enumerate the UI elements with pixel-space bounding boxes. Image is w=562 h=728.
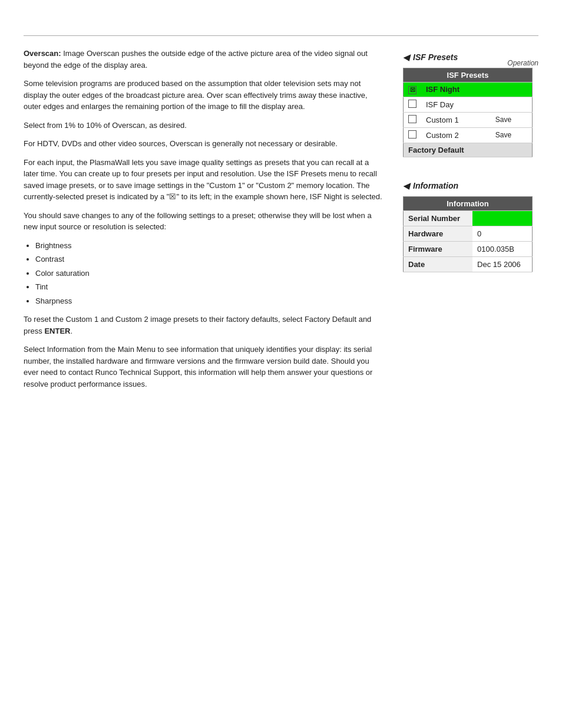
overscan-para3: Select from 1% to 10% of Overscan, as de… bbox=[24, 120, 385, 131]
date-label: Date bbox=[404, 256, 473, 272]
table-row: Date Dec 15 2006 bbox=[404, 256, 533, 272]
reset-note-bold: ENTER bbox=[44, 327, 70, 335]
overscan-para1-text: Image Overscan pushes the outside edge o… bbox=[24, 49, 368, 70]
checkbox-x-icon: ☒ bbox=[408, 86, 416, 94]
table-row[interactable]: Custom 2 Save bbox=[404, 127, 533, 143]
page-wrapper: Operation Overscan: Image Overscan pushe… bbox=[0, 35, 562, 728]
custom2-label: Custom 2 bbox=[421, 127, 491, 143]
hardware-label: Hardware bbox=[404, 226, 473, 241]
information-table: Information Serial Number Hardware 0 bbox=[403, 196, 533, 272]
isf-intro: For each input, the PlasmaWall lets you … bbox=[24, 157, 385, 203]
list-item-tint: Tint bbox=[35, 281, 385, 293]
checkbox-empty-icon bbox=[408, 100, 416, 108]
info-intro: Select Information from the Main Menu to… bbox=[24, 344, 385, 390]
isf-day-label: ISF Day bbox=[421, 97, 491, 112]
table-row: Firmware 0100.035B bbox=[404, 241, 533, 256]
overscan-para2: Some television programs are produced ba… bbox=[24, 78, 385, 113]
right-column: ◀ ISF Presets ISF Presets ☒ ISF Nig bbox=[403, 48, 538, 397]
firmware-label: Firmware bbox=[404, 241, 473, 256]
isf-day-save bbox=[491, 97, 533, 112]
table-row: Serial Number bbox=[404, 210, 533, 226]
table-row[interactable]: Factory Default bbox=[404, 143, 533, 157]
reset-note-prefix: To reset the Custom 1 and Custom 2 image… bbox=[24, 315, 371, 335]
info-section-label: Information bbox=[413, 181, 458, 190]
custom2-save[interactable]: Save bbox=[491, 127, 533, 143]
info-arrow-icon: ◀ bbox=[403, 181, 409, 190]
list-item-color-saturation: Color saturation bbox=[35, 268, 385, 279]
table-row[interactable]: ☒ ISF Night bbox=[404, 83, 533, 97]
table-row[interactable]: Custom 1 Save bbox=[404, 112, 533, 127]
reset-note-suffix: . bbox=[70, 327, 72, 335]
content-area: Overscan: Image Overscan pushes the outs… bbox=[0, 36, 562, 409]
reset-note: To reset the Custom 1 and Custom 2 image… bbox=[24, 314, 385, 337]
isf-night-label: ISF Night bbox=[421, 83, 491, 97]
list-item-brightness: Brightness bbox=[35, 240, 385, 252]
hardware-value: 0 bbox=[472, 226, 532, 241]
isf-day-checkbox bbox=[404, 97, 422, 112]
custom1-checkbox bbox=[404, 112, 422, 127]
operation-label: Operation bbox=[507, 59, 538, 67]
left-column: Overscan: Image Overscan pushes the outs… bbox=[24, 48, 391, 397]
checkbox-empty-icon bbox=[408, 130, 416, 139]
firmware-value: 0100.035B bbox=[472, 241, 532, 256]
isf-table-header: ISF Presets bbox=[404, 68, 533, 83]
info-section-heading: ◀ Information bbox=[403, 181, 538, 190]
isf-presets-table: ISF Presets ☒ ISF Night bbox=[403, 68, 533, 157]
isf-night-checkbox: ☒ bbox=[404, 83, 422, 97]
settings-list: Brightness Contrast Color saturation Tin… bbox=[35, 240, 385, 307]
date-value: Dec 15 2006 bbox=[472, 256, 532, 272]
isf-section-label: ISF Presets bbox=[413, 52, 458, 62]
isf-night-save bbox=[491, 83, 533, 97]
custom1-save[interactable]: Save bbox=[491, 112, 533, 127]
checkbox-empty-icon bbox=[408, 115, 416, 123]
table-row: Hardware 0 bbox=[404, 226, 533, 241]
custom2-checkbox bbox=[404, 127, 422, 143]
save-warning: You should save changes to any of the fo… bbox=[24, 210, 385, 233]
table-row[interactable]: ISF Day bbox=[404, 97, 533, 112]
overscan-para1: Overscan: Image Overscan pushes the outs… bbox=[24, 48, 385, 71]
info-table-header: Information bbox=[404, 196, 533, 210]
list-item-sharpness: Sharpness bbox=[35, 295, 385, 307]
serial-number-label: Serial Number bbox=[404, 210, 473, 226]
overscan-heading: Overscan: bbox=[24, 49, 61, 58]
isf-arrow-icon: ◀ bbox=[403, 52, 409, 62]
overscan-para4: For HDTV, DVDs and other video sources, … bbox=[24, 138, 385, 150]
serial-number-value bbox=[472, 210, 532, 226]
factory-default-label: Factory Default bbox=[404, 143, 533, 157]
custom1-label: Custom 1 bbox=[421, 112, 491, 127]
list-item-contrast: Contrast bbox=[35, 253, 385, 265]
